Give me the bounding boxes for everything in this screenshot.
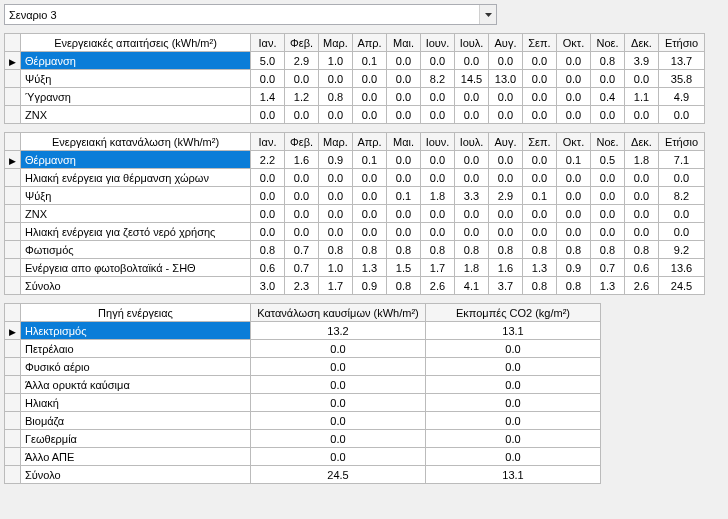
energy-consumption-table[interactable]: Ενεργειακή κατανάλωση (kWh/m²)Ιαν.Φεβ.Μα…: [4, 132, 705, 295]
value-cell[interactable]: 24.5: [251, 466, 426, 484]
row-label[interactable]: Γεωθερμία: [21, 430, 251, 448]
annual-header[interactable]: Ετήσιο: [659, 34, 705, 52]
value-cell[interactable]: 0.0: [387, 106, 421, 124]
value-cell[interactable]: 0.6: [625, 259, 659, 277]
value-cell[interactable]: 0.8: [455, 241, 489, 259]
value-cell[interactable]: 0.1: [353, 151, 387, 169]
value-cell[interactable]: 0.0: [426, 376, 601, 394]
row-selector[interactable]: [5, 241, 21, 259]
value-cell[interactable]: 0.0: [421, 106, 455, 124]
value-cell[interactable]: 0.0: [557, 52, 591, 70]
month-header[interactable]: Νοε.: [591, 34, 625, 52]
month-header[interactable]: Οκτ.: [557, 133, 591, 151]
month-header[interactable]: Μαι.: [387, 34, 421, 52]
value-cell[interactable]: 35.8: [659, 70, 705, 88]
value-cell[interactable]: 1.3: [353, 259, 387, 277]
value-cell[interactable]: 0.0: [251, 106, 285, 124]
value-cell[interactable]: 0.0: [285, 187, 319, 205]
value-cell[interactable]: 13.7: [659, 52, 705, 70]
table-row[interactable]: Φωτισμός0.80.70.80.80.80.80.80.80.80.80.…: [5, 241, 705, 259]
table-row[interactable]: Φυσικό αέριο0.00.0: [5, 358, 601, 376]
value-cell[interactable]: 0.0: [387, 88, 421, 106]
value-cell[interactable]: 13.2: [251, 322, 426, 340]
row-label[interactable]: ΖΝΧ: [21, 106, 251, 124]
scenario-dropdown[interactable]: Σεναριο 3: [4, 4, 497, 25]
row-selector[interactable]: [5, 223, 21, 241]
value-cell[interactable]: 0.0: [387, 151, 421, 169]
value-cell[interactable]: 0.0: [455, 88, 489, 106]
value-cell[interactable]: 0.0: [421, 205, 455, 223]
value-cell[interactable]: 0.0: [426, 358, 601, 376]
month-header[interactable]: Απρ.: [353, 34, 387, 52]
value-cell[interactable]: 13.6: [659, 259, 705, 277]
row-selector[interactable]: ▶: [5, 322, 21, 340]
value-cell[interactable]: 1.1: [625, 88, 659, 106]
row-selector[interactable]: [5, 394, 21, 412]
row-label[interactable]: Άλλο ΑΠΕ: [21, 448, 251, 466]
value-cell[interactable]: 0.0: [625, 205, 659, 223]
row-label[interactable]: Σύνολο: [21, 466, 251, 484]
table-row[interactable]: ΖΝΧ0.00.00.00.00.00.00.00.00.00.00.00.00…: [5, 106, 705, 124]
month-header[interactable]: Ιαν.: [251, 133, 285, 151]
value-cell[interactable]: 0.8: [387, 277, 421, 295]
row-selector[interactable]: [5, 205, 21, 223]
value-cell[interactable]: 0.0: [557, 70, 591, 88]
month-header[interactable]: Φεβ.: [285, 34, 319, 52]
value-cell[interactable]: 0.0: [251, 169, 285, 187]
month-header[interactable]: Οκτ.: [557, 34, 591, 52]
value-cell[interactable]: 0.8: [319, 88, 353, 106]
row-selector[interactable]: [5, 259, 21, 277]
value-cell[interactable]: 0.8: [557, 241, 591, 259]
value-cell[interactable]: 5.0: [251, 52, 285, 70]
value-cell[interactable]: 2.6: [421, 277, 455, 295]
row-label[interactable]: Ηλιακή ενέργεια για ζεστό νερό χρήσης: [21, 223, 251, 241]
table-row[interactable]: Ψύξη0.00.00.00.00.08.214.513.00.00.00.00…: [5, 70, 705, 88]
table-row[interactable]: Σύνολο24.513.1: [5, 466, 601, 484]
month-header[interactable]: Ιουλ.: [455, 133, 489, 151]
value-cell[interactable]: 0.0: [353, 88, 387, 106]
table-row[interactable]: ▶Θέρμανση2.21.60.90.10.00.00.00.00.00.10…: [5, 151, 705, 169]
value-cell[interactable]: 0.8: [353, 241, 387, 259]
value-cell[interactable]: 0.1: [557, 151, 591, 169]
annual-header[interactable]: Ετήσιο: [659, 133, 705, 151]
value-cell[interactable]: 0.9: [319, 151, 353, 169]
value-cell[interactable]: 0.5: [591, 151, 625, 169]
value-cell[interactable]: 0.0: [557, 223, 591, 241]
row-selector[interactable]: [5, 187, 21, 205]
value-cell[interactable]: 0.0: [455, 106, 489, 124]
value-cell[interactable]: 1.6: [285, 151, 319, 169]
row-label[interactable]: Άλλα ορυκτά καύσιμα: [21, 376, 251, 394]
month-header[interactable]: Δεκ.: [625, 34, 659, 52]
value-cell[interactable]: 0.0: [421, 88, 455, 106]
value-cell[interactable]: 1.7: [421, 259, 455, 277]
value-cell[interactable]: 0.8: [251, 241, 285, 259]
value-cell[interactable]: 0.0: [251, 223, 285, 241]
value-cell[interactable]: 14.5: [455, 70, 489, 88]
value-cell[interactable]: 0.0: [523, 52, 557, 70]
row-selector[interactable]: [5, 340, 21, 358]
value-cell[interactable]: 0.6: [251, 259, 285, 277]
value-cell[interactable]: 0.0: [353, 223, 387, 241]
value-cell[interactable]: 0.1: [353, 52, 387, 70]
row-label[interactable]: Θέρμανση: [21, 52, 251, 70]
month-header[interactable]: Σεπ.: [523, 133, 557, 151]
value-cell[interactable]: 0.0: [353, 70, 387, 88]
value-cell[interactable]: 0.0: [426, 430, 601, 448]
value-cell[interactable]: 0.0: [387, 52, 421, 70]
row-selector[interactable]: [5, 70, 21, 88]
value-cell[interactable]: 0.0: [251, 205, 285, 223]
value-cell[interactable]: 8.2: [659, 187, 705, 205]
row-label[interactable]: Θέρμανση: [21, 151, 251, 169]
table-row[interactable]: Πετρέλαιο0.00.0: [5, 340, 601, 358]
month-header[interactable]: Ιουλ.: [455, 34, 489, 52]
value-cell[interactable]: 0.0: [625, 187, 659, 205]
value-cell[interactable]: 0.0: [421, 223, 455, 241]
value-cell[interactable]: 0.0: [489, 106, 523, 124]
value-cell[interactable]: 0.0: [591, 187, 625, 205]
value-cell[interactable]: 0.0: [659, 223, 705, 241]
value-cell[interactable]: 0.0: [251, 340, 426, 358]
value-cell[interactable]: 8.2: [421, 70, 455, 88]
value-cell[interactable]: 0.8: [489, 241, 523, 259]
value-cell[interactable]: 3.7: [489, 277, 523, 295]
value-cell[interactable]: 0.0: [387, 169, 421, 187]
